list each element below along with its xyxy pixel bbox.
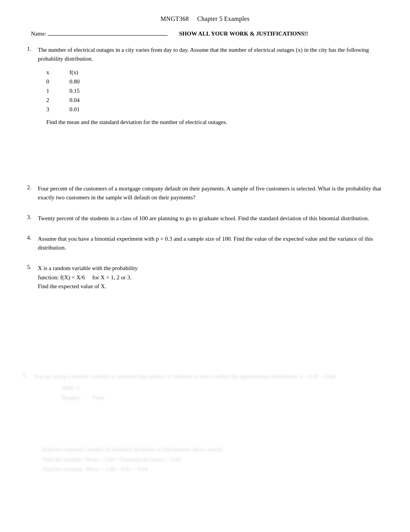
blurred-question-text: You are using a random variable to repre…: [34, 372, 387, 381]
question-1-number: 1.: [27, 46, 38, 52]
blurred-cell-1-2: [93, 402, 124, 411]
question-4-row: 4. Assume that you have a binomial exper…: [27, 235, 387, 253]
blurred-row-4: [62, 430, 387, 439]
question-5-line3: Find the expected value of X.: [38, 283, 106, 289]
table-x-1: 1: [46, 86, 69, 95]
table-col1-header: x: [46, 68, 69, 77]
question-1-row: 1. The number of electrical outages in a…: [27, 46, 387, 64]
question-5-text: X is a random variable with the probabil…: [38, 264, 387, 291]
question-5-row: 5. X is a random variable with the proba…: [27, 264, 387, 291]
blurred-cell-1-1: [62, 402, 93, 411]
blurred-title-text: You are using a random variable to repre…: [34, 373, 335, 379]
blurred-table-header: Burgers Fries: [62, 393, 387, 402]
table-header-row: x f(x): [46, 68, 387, 77]
question-3-text: Twenty percent of the students in a clas…: [38, 214, 387, 223]
question-4-number: 4.: [27, 235, 38, 241]
name-label: Name:: [31, 31, 46, 37]
table-row-3: 3 0.01: [46, 105, 387, 114]
table-row-1: 1 0.15: [46, 86, 387, 95]
table-x-2: 2: [46, 95, 69, 105]
blurred-row-2: [62, 411, 387, 421]
blurred-answer-3: Find the variance: Mean = 1.04 + 0.01 = …: [42, 464, 387, 474]
blurred-row-1: [62, 402, 387, 411]
name-row: Name: SHOW ALL YOUR WORK & JUSTIFICATION…: [23, 29, 387, 37]
questions-container: 1. The number of electrical outages in a…: [23, 46, 387, 360]
blurred-section: 6. You are using a random variable to re…: [23, 372, 387, 474]
question-3-number: 3.: [27, 214, 38, 221]
show-work-label: SHOW ALL YOUR WORK & JUSTIFICATIONS!!: [179, 31, 308, 37]
blurred-cell-3-1: [62, 421, 93, 430]
table-fx-3: 0.01: [69, 105, 93, 114]
table-row-0: 0 0.80: [46, 77, 387, 86]
question-1-text: The number of electrical outages in a ci…: [38, 46, 387, 64]
question-1-workspace: [27, 126, 387, 173]
blurred-cell-4-2: [93, 430, 124, 439]
question-5-number: 5.: [27, 264, 38, 270]
table-col2-header: f(x): [69, 68, 93, 77]
blurred-answer-2: Find the variable: Mean = 2.04 + Standar…: [42, 455, 387, 465]
page: MNGT368 Chapter 5 Examples Name: SHOW AL…: [0, 0, 410, 532]
question-3-row: 3. Twenty percent of the students in a c…: [27, 214, 387, 223]
table-row-2: 2 0.04: [46, 95, 387, 105]
table-x-0: 0: [46, 77, 69, 86]
question-2-text: Four percent of the customers of a mortg…: [38, 184, 387, 202]
blurred-cell-2-1: [62, 411, 93, 421]
blurred-table: Table 5: Burgers Fries: [42, 385, 387, 439]
page-title: Chapter 5 Examples: [197, 15, 250, 22]
blurred-col1-header: Burgers: [62, 393, 93, 402]
table-x-3: 3: [46, 105, 69, 114]
question-5-workspace: [27, 291, 387, 360]
table-fx-0: 0.80: [69, 77, 93, 86]
question-4-text: Assume that you have a binomial experime…: [38, 235, 387, 253]
table-fx-1: 0.15: [69, 86, 93, 95]
blurred-answer-1: Find the expected variable of Standard d…: [42, 445, 387, 455]
question-2: 2. Four percent of the customers of a mo…: [27, 184, 387, 202]
blurred-question-row: 6. You are using a random variable to re…: [23, 372, 387, 381]
question-2-row: 2. Four percent of the customers of a mo…: [27, 184, 387, 202]
question-5: 5. X is a random variable with the proba…: [27, 264, 387, 360]
question-1: 1. The number of electrical outages in a…: [27, 46, 387, 173]
blurred-col2-header: Fries: [93, 393, 124, 402]
question-5-line1: X is a random variable with the probabil…: [38, 265, 138, 271]
table-fx-2: 0.04: [69, 95, 93, 105]
course-code: MNGT368: [161, 15, 189, 22]
page-header: MNGT368 Chapter 5 Examples: [23, 15, 387, 22]
blurred-table-label: Table 5:: [62, 385, 387, 391]
blurred-cell-4-1: [62, 430, 93, 439]
question-2-number: 2.: [27, 184, 38, 191]
blurred-row-3: [62, 421, 387, 430]
question-1-find: Find the mean and the standard deviation…: [46, 118, 387, 127]
question-3: 3. Twenty percent of the students in a c…: [27, 214, 387, 223]
name-input-line: [48, 29, 168, 36]
probability-table: x f(x) 0 0.80 1 0.15 2 0.04 3 0.01: [46, 68, 387, 114]
question-4: 4. Assume that you have a binomial exper…: [27, 235, 387, 253]
blurred-question-number: 6.: [23, 372, 34, 379]
question-5-line2: function: f(X) = X/6 for X = 1, 2 or 3.: [38, 274, 132, 280]
blurred-answers: Find the expected variable of Standard d…: [23, 445, 387, 474]
blurred-cell-2-2: [93, 411, 124, 421]
blurred-cell-3-2: [93, 421, 124, 430]
